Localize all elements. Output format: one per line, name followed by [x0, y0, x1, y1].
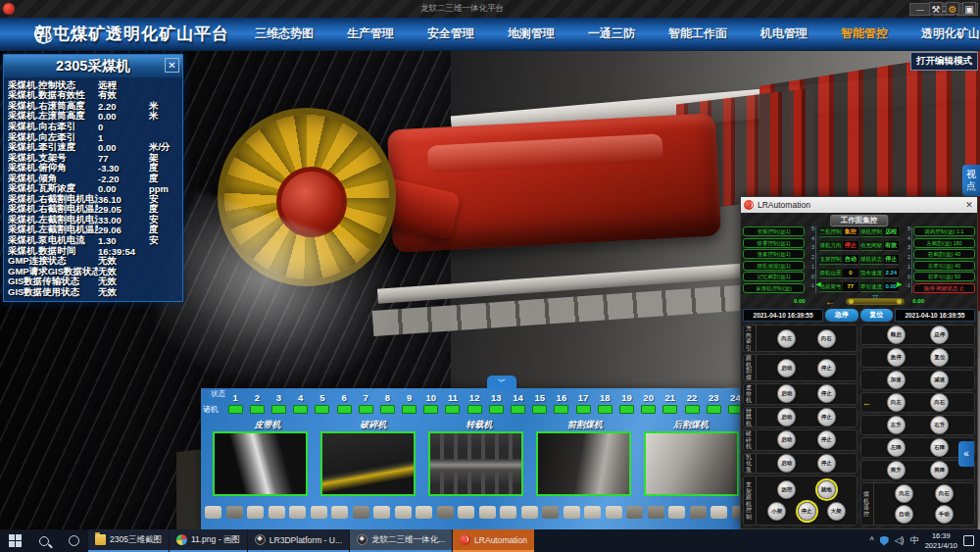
round-button[interactable]: 就地: [817, 480, 836, 499]
mode-button[interactable]: 左牵引(远) 40: [913, 261, 975, 271]
tray-expand-icon[interactable]: ^: [869, 536, 873, 545]
round-button[interactable]: 向右: [817, 329, 836, 348]
round-button[interactable]: 总停: [930, 326, 949, 344]
pager-tile[interactable]: [331, 506, 348, 519]
pager-tile[interactable]: [668, 506, 685, 519]
camera-feed[interactable]: [320, 431, 416, 496]
channel-status-light[interactable]: [293, 405, 308, 414]
lr-titlebar[interactable]: LRAutomation ✕: [741, 197, 977, 213]
pager-tile[interactable]: [500, 506, 516, 519]
channel-status-light[interactable]: [250, 405, 265, 414]
taskbar-app[interactable]: 龙软二三维一体化...: [350, 529, 452, 552]
camera-feed[interactable]: [644, 431, 739, 496]
round-button[interactable]: 停止: [817, 454, 836, 473]
pager-tile[interactable]: [269, 506, 285, 519]
channel-status-light[interactable]: [489, 405, 504, 414]
channel-status-light[interactable]: [423, 405, 438, 414]
mode-button[interactable]: 跟机使能(远1): [743, 261, 805, 271]
round-button[interactable]: 停止: [817, 408, 836, 427]
round-button[interactable]: 大架: [827, 502, 846, 521]
taskbar-app[interactable]: LR3DPlatform - U...: [248, 529, 349, 552]
nav-item[interactable]: 一通三防: [588, 25, 635, 42]
panel-close-icon[interactable]: ✕: [165, 58, 179, 73]
round-button[interactable]: 顺启: [887, 326, 906, 344]
lr-close-icon[interactable]: ✕: [961, 200, 977, 210]
round-button[interactable]: 左升: [887, 416, 906, 434]
mode-button[interactable]: 急停 闭锁状态 止: [913, 283, 975, 293]
pager-tile[interactable]: [542, 506, 559, 519]
settings-gear-icon[interactable]: ⚙: [946, 2, 959, 15]
nav-item[interactable]: 地测管理: [508, 25, 555, 42]
round-button[interactable]: 小架: [767, 502, 786, 521]
notification-icon[interactable]: [963, 535, 974, 546]
channel-status-light[interactable]: [685, 405, 700, 414]
nav-item[interactable]: 生产管理: [347, 25, 394, 42]
volume-icon[interactable]: ◁): [895, 536, 905, 545]
pager-tile[interactable]: [521, 506, 538, 519]
round-button[interactable]: 向左: [777, 329, 796, 348]
channel-status-light[interactable]: [707, 405, 721, 414]
nav-item[interactable]: 机电管理: [760, 25, 808, 42]
pager-tile[interactable]: [648, 506, 664, 519]
channel-status-light[interactable]: [315, 405, 329, 414]
round-button[interactable]: 摇升: [887, 461, 906, 479]
taskbar-app[interactable]: 11.png - 画图: [170, 529, 247, 552]
camera-feed[interactable]: [428, 431, 523, 496]
channel-status-light[interactable]: [641, 405, 656, 414]
round-button[interactable]: 减速: [930, 371, 949, 389]
round-button[interactable]: 加速: [887, 371, 906, 389]
mode-button[interactable]: 变频控制(远1): [743, 226, 805, 236]
round-button[interactable]: 向右: [935, 484, 954, 503]
round-button[interactable]: 停止: [817, 430, 836, 449]
pager-tile[interactable]: [289, 506, 306, 519]
round-button[interactable]: 复位: [930, 348, 949, 367]
pager-tile[interactable]: [584, 506, 601, 519]
estop-button[interactable]: 急停: [825, 309, 858, 322]
pager-tile[interactable]: [311, 506, 327, 519]
mode-button[interactable]: 记忆截割(远1): [743, 272, 805, 281]
mode-button[interactable]: 右牵引(远) 50: [913, 272, 975, 281]
mode-button[interactable]: 喷雾控制(远1): [743, 238, 805, 248]
pager-tile[interactable]: [416, 506, 432, 519]
channel-status-light[interactable]: [511, 405, 525, 414]
search-icon[interactable]: [29, 529, 59, 552]
round-button[interactable]: 右升: [930, 416, 949, 434]
mode-button[interactable]: 调高控制(远) 1:1: [913, 226, 975, 236]
pager-tile[interactable]: [353, 506, 369, 519]
pager-tile[interactable]: [626, 506, 643, 519]
slider-track[interactable]: 77: [846, 298, 905, 305]
channel-status-light[interactable]: [554, 405, 568, 414]
round-button[interactable]: 远控: [777, 480, 796, 499]
camera-feed[interactable]: [213, 431, 308, 496]
pager-tile[interactable]: [395, 506, 412, 519]
round-button[interactable]: 启动: [777, 430, 796, 449]
channel-status-light[interactable]: [662, 405, 677, 414]
nav-item[interactable]: 智能工作面: [668, 25, 727, 42]
reset-button[interactable]: 复位: [860, 309, 893, 322]
tools-icon[interactable]: ⚒: [929, 2, 943, 15]
nav-item[interactable]: 安全管理: [427, 25, 474, 42]
pager-tile[interactable]: [479, 506, 496, 519]
channel-status-light[interactable]: [598, 405, 612, 414]
dock-collapse-icon[interactable]: ︾: [487, 376, 516, 389]
nav-item[interactable]: 三维态势图: [255, 25, 314, 42]
round-button[interactable]: 向右: [930, 393, 949, 412]
start-button[interactable]: [0, 529, 29, 552]
round-button[interactable]: 自动: [895, 505, 913, 524]
open-edit-mode-button[interactable]: 打开编辑模式: [910, 52, 978, 71]
round-button[interactable]: 启动: [777, 454, 796, 473]
round-button[interactable]: 停止: [798, 502, 816, 521]
side-collapse-tab[interactable]: «: [958, 441, 974, 467]
clock[interactable]: 16:39 2021/4/10: [925, 531, 957, 550]
channel-status-light[interactable]: [402, 405, 416, 414]
pager-tile[interactable]: [226, 506, 243, 519]
channel-status-light[interactable]: [380, 405, 395, 414]
channel-status-light[interactable]: [467, 405, 482, 414]
round-button[interactable]: 手动: [935, 505, 954, 524]
security-shield-icon[interactable]: [880, 536, 889, 546]
channel-status-light[interactable]: [271, 405, 286, 414]
nav-item[interactable]: 透明化矿山: [921, 25, 980, 42]
round-button[interactable]: 急停: [887, 348, 906, 367]
pager-tile[interactable]: [373, 506, 390, 519]
nav-item[interactable]: 智能管控: [841, 25, 888, 42]
